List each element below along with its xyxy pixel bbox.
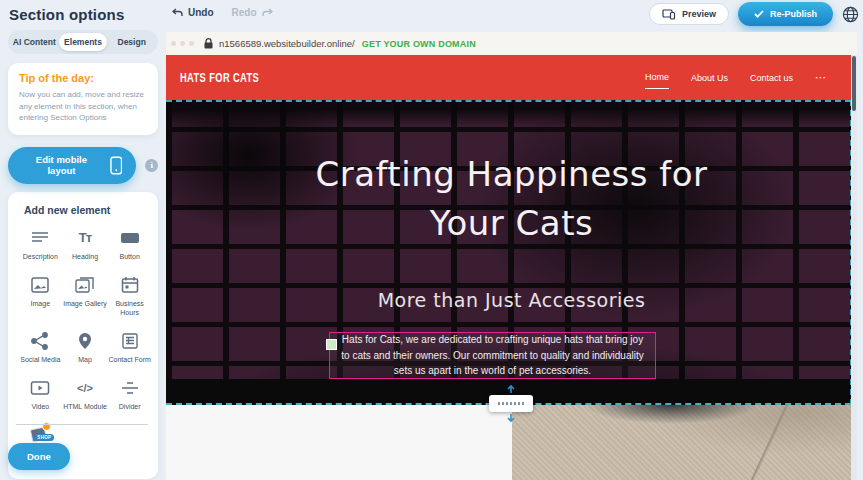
add-element-panel: Add new element Description Tт Heading B… xyxy=(8,192,158,480)
element-label: Contact Form xyxy=(108,355,150,364)
element-label: Divider xyxy=(119,402,141,411)
hero-heading-line1: Crafting Happiness for xyxy=(315,154,707,194)
nav-more-icon[interactable]: ⋯ xyxy=(815,71,827,84)
element-label: Video xyxy=(31,402,49,411)
social-media-icon xyxy=(28,330,52,352)
section-boundary-top xyxy=(166,100,851,102)
site-header: HATS FOR CATS Home About Us Contact us ⋯ xyxy=(166,55,857,100)
site-preview: n1566589.websitebuilder.online/ GET YOUR… xyxy=(166,32,857,480)
element-label: Map xyxy=(78,355,92,364)
image-icon xyxy=(28,274,52,296)
scrollbar-thumb[interactable] xyxy=(852,56,856,111)
undo-redo-group: Undo Redo xyxy=(172,7,273,18)
redo-button[interactable]: Redo xyxy=(232,7,273,18)
element-label: HTML Module xyxy=(63,402,107,411)
element-map[interactable]: Map xyxy=(63,328,108,366)
site-nav: Home About Us Contact us ⋯ xyxy=(645,66,827,89)
section-resize-handle[interactable] xyxy=(489,395,533,412)
element-label: Business Hours xyxy=(107,299,152,317)
element-contact-form[interactable]: Contact Form xyxy=(107,328,152,366)
redo-icon xyxy=(262,8,273,17)
get-domain-link[interactable]: GET YOUR OWN DOMAIN xyxy=(362,39,476,49)
browser-bar: n1566589.websitebuilder.online/ GET YOUR… xyxy=(166,32,857,55)
element-button[interactable]: Button xyxy=(107,225,152,263)
info-icon[interactable]: i xyxy=(145,159,158,172)
scrollbar[interactable] xyxy=(851,55,857,480)
tip-body: Now you can add, move and resize any ele… xyxy=(19,89,147,124)
element-label: Heading xyxy=(72,252,98,261)
element-business-hours[interactable]: Business Hours xyxy=(107,272,152,319)
undo-label: Undo xyxy=(188,7,214,18)
element-label: Image Gallery xyxy=(63,299,107,308)
tip-title: Tip of the day: xyxy=(19,72,147,84)
hero-heading[interactable]: Crafting Happiness for Your Cats xyxy=(166,150,857,249)
divider-icon xyxy=(118,377,142,399)
nav-about-us[interactable]: About Us xyxy=(691,67,728,89)
add-element-title: Add new element xyxy=(24,204,152,216)
phone-icon xyxy=(110,156,123,175)
image-gallery-icon xyxy=(73,274,97,296)
html-module-icon: </> xyxy=(73,377,97,399)
element-label: Social Media xyxy=(20,355,60,364)
hero-body-text: Hats for Cats, we are dedicated to craft… xyxy=(338,332,647,379)
url-text[interactable]: n1566589.websitebuilder.online/ xyxy=(219,38,355,49)
element-html-module[interactable]: </> HTML Module xyxy=(63,375,108,413)
element-divider[interactable]: Divider xyxy=(107,375,152,413)
contact-form-icon xyxy=(118,330,142,352)
undo-button[interactable]: Undo xyxy=(172,7,214,18)
element-image-gallery[interactable]: Image Gallery xyxy=(63,272,108,319)
page-title: Section options xyxy=(9,6,125,23)
done-button[interactable]: Done xyxy=(8,443,70,470)
tip-card: Tip of the day: Now you can add, move an… xyxy=(8,63,158,135)
redo-label: Redo xyxy=(232,7,257,18)
sidebar-divider xyxy=(16,424,148,425)
shop-badge: SHOP xyxy=(34,434,54,441)
element-image[interactable]: Image xyxy=(18,272,63,319)
element-social-media[interactable]: Social Media xyxy=(18,328,63,366)
tab-ai-content[interactable]: AI Content xyxy=(10,33,59,51)
sidebar: AI Content Elements Design Tip of the da… xyxy=(0,26,166,480)
button-icon xyxy=(118,227,142,249)
edit-mobile-layout-button[interactable]: Edit mobile layout xyxy=(8,147,136,184)
resize-arrow-up-icon xyxy=(507,385,516,394)
business-hours-icon xyxy=(118,274,142,296)
devices-icon xyxy=(662,9,676,20)
element-grid: Description Tт Heading Button Image Imag… xyxy=(18,225,152,470)
tab-design[interactable]: Design xyxy=(107,33,156,51)
hero-subheading[interactable]: More than Just Accessories xyxy=(166,289,857,311)
preview-label: Preview xyxy=(682,9,716,19)
edit-mobile-label: Edit mobile layout xyxy=(22,154,101,176)
undo-icon xyxy=(172,8,183,17)
globe-icon[interactable] xyxy=(842,6,859,23)
description-icon xyxy=(28,227,52,249)
resize-arrow-down-icon xyxy=(507,413,516,422)
hero-section[interactable]: Crafting Happiness for Your Cats More th… xyxy=(166,100,857,405)
republish-button[interactable]: Re-Publish xyxy=(738,2,833,26)
cat-photo xyxy=(512,405,851,480)
element-label: Image xyxy=(31,299,50,308)
republish-label: Re-Publish xyxy=(770,9,817,19)
element-video[interactable]: Video xyxy=(18,375,63,413)
tab-elements[interactable]: Elements xyxy=(59,33,108,51)
browser-dots xyxy=(171,41,194,46)
grip-dots xyxy=(498,402,525,405)
element-label: Button xyxy=(120,252,140,261)
map-pin-icon xyxy=(73,330,97,352)
element-heading[interactable]: Tт Heading xyxy=(63,225,108,263)
site-logo[interactable]: HATS FOR CATS xyxy=(180,70,259,85)
check-icon xyxy=(754,10,764,18)
edit-mobile-row: Edit mobile layout i xyxy=(8,147,158,184)
sidebar-tabbar: AI Content Elements Design xyxy=(8,30,158,54)
nav-home[interactable]: Home xyxy=(645,66,669,89)
nav-contact-us[interactable]: Contact us xyxy=(750,67,793,89)
element-label: Description xyxy=(23,252,58,261)
drag-handle[interactable] xyxy=(326,339,337,350)
hero-heading-line2: Your Cats xyxy=(430,203,594,243)
topbar-actions: Preview Re-Publish xyxy=(649,2,859,26)
heading-icon: Tт xyxy=(73,227,97,249)
video-icon xyxy=(28,377,52,399)
hero-textbox-selected[interactable]: Hats for Cats, we are dedicated to craft… xyxy=(329,332,656,379)
element-description[interactable]: Description xyxy=(18,225,63,263)
lock-icon xyxy=(204,38,213,49)
preview-button[interactable]: Preview xyxy=(649,3,729,25)
